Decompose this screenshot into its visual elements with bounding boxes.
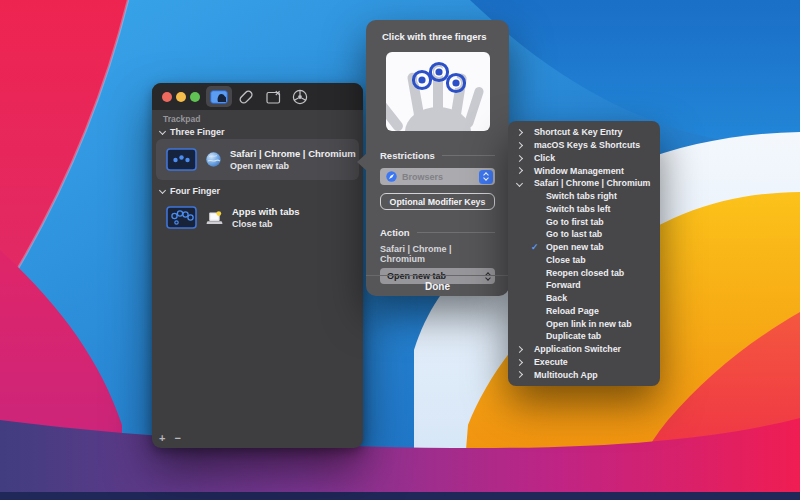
zoom-traffic-light[interactable] bbox=[190, 92, 200, 102]
menu-item-reopen-closed-tab[interactable]: Reopen closed tab bbox=[508, 266, 660, 279]
add-gesture-button[interactable]: + bbox=[159, 432, 165, 444]
toolbar-tab-window-gestures[interactable] bbox=[260, 86, 286, 107]
three-finger-gesture-icon bbox=[166, 148, 197, 171]
menu-item-open-link-in-new-tab[interactable]: Open link in new tab bbox=[508, 317, 660, 330]
toolbar-tab-mouse[interactable] bbox=[233, 86, 259, 107]
group-header-four-finger[interactable]: Four Finger bbox=[160, 186, 220, 196]
group-header-three-finger[interactable]: Three Finger bbox=[160, 127, 225, 137]
chevron-right-icon bbox=[516, 129, 523, 136]
chevron-right-icon bbox=[516, 346, 523, 353]
gesture-row-subtitle: Close tab bbox=[232, 218, 300, 230]
group-label: Four Finger bbox=[170, 186, 220, 196]
chevron-right-icon bbox=[516, 142, 523, 149]
menu-item-shortcut-key-entry[interactable]: Shortcut & Key Entry bbox=[508, 126, 660, 139]
menu-item-safari-chrome-chromium[interactable]: Safari | Chrome | Chromium bbox=[508, 177, 660, 190]
chevron-right-icon bbox=[516, 154, 523, 161]
popover-title: Click with three fingers bbox=[382, 31, 493, 42]
restrictions-dropdown[interactable]: Browsers bbox=[380, 168, 495, 185]
chevron-down-icon bbox=[159, 127, 166, 134]
toolbar-tab-trackpad[interactable] bbox=[206, 86, 232, 107]
three-finger-hand-icon bbox=[386, 52, 490, 131]
wheel-icon bbox=[292, 89, 308, 105]
action-app-label: Safari | Chrome | Chromium bbox=[380, 244, 495, 264]
menu-item-execute[interactable]: Execute bbox=[508, 356, 660, 369]
gesture-row-four-finger[interactable]: Apps with tabs Close tab bbox=[156, 197, 359, 238]
restrictions-section-label: Restrictions bbox=[380, 150, 495, 161]
multitouch-main-window: Trackpad Three Finger bbox=[152, 83, 363, 448]
gesture-row-title: Safari | Chrome | Chromium bbox=[230, 148, 356, 160]
magic-mouse-icon bbox=[238, 89, 254, 105]
toolbar-tab-wheel[interactable] bbox=[287, 86, 313, 107]
menu-item-multitouch-app[interactable]: Multitouch App bbox=[508, 368, 660, 381]
menu-item-forward[interactable]: Forward bbox=[508, 279, 660, 292]
menu-item-open-new-tab[interactable]: ✓ Open new tab bbox=[508, 241, 660, 254]
menu-item-application-switcher[interactable]: Application Switcher bbox=[508, 343, 660, 356]
menu-item-switch-tabs-left[interactable]: Switch tabs left bbox=[508, 203, 660, 216]
menu-item-reload-page[interactable]: Reload Page bbox=[508, 305, 660, 318]
chevron-down-icon bbox=[159, 186, 166, 193]
browsers-category-icon bbox=[386, 171, 397, 182]
gesture-row-subtitle: Open new tab bbox=[230, 160, 356, 172]
desktop: Trackpad Three Finger bbox=[0, 0, 800, 500]
minimize-traffic-light[interactable] bbox=[176, 92, 186, 102]
optional-modifier-keys-button[interactable]: Optional Modifier Keys bbox=[380, 193, 495, 210]
chevron-down-icon bbox=[516, 180, 523, 187]
chevron-right-icon bbox=[516, 371, 523, 378]
menu-item-window-management[interactable]: Window Management bbox=[508, 164, 660, 177]
browser-globe-icon bbox=[206, 152, 221, 167]
restrictions-dropdown-value: Browsers bbox=[402, 172, 479, 182]
group-label: Three Finger bbox=[170, 127, 225, 137]
device-label: Trackpad bbox=[163, 114, 200, 124]
menu-item-click[interactable]: Click bbox=[508, 152, 660, 165]
done-button[interactable]: Done bbox=[366, 275, 509, 296]
trackpad-icon bbox=[210, 90, 228, 104]
menu-item-switch-tabs-right[interactable]: Switch tabs right bbox=[508, 190, 660, 203]
remove-gesture-button[interactable]: − bbox=[174, 432, 180, 444]
four-finger-gesture-icon bbox=[166, 206, 197, 229]
close-traffic-light[interactable] bbox=[162, 92, 172, 102]
checkmark-icon: ✓ bbox=[531, 242, 539, 252]
gesture-config-popover: Click with three fingers bbox=[366, 20, 509, 296]
menu-item-close-tab[interactable]: Close tab bbox=[508, 254, 660, 267]
gesture-row-title: Apps with tabs bbox=[232, 206, 300, 218]
menu-item-go-to-last-tab[interactable]: Go to last tab bbox=[508, 228, 660, 241]
menu-item-back[interactable]: Back bbox=[508, 292, 660, 305]
dropdown-stepper-icon bbox=[479, 170, 493, 184]
chevron-right-icon bbox=[516, 358, 523, 365]
apps-with-tabs-icon bbox=[206, 211, 223, 225]
titlebar[interactable] bbox=[152, 83, 363, 110]
action-picker-menu: Shortcut & Key Entry macOS Keys & Shortc… bbox=[508, 121, 660, 386]
gesture-preview bbox=[386, 52, 490, 131]
window-close-icon bbox=[266, 90, 281, 104]
action-section-label: Action bbox=[380, 227, 495, 238]
menu-item-go-to-first-tab[interactable]: Go to first tab bbox=[508, 215, 660, 228]
chevron-right-icon bbox=[516, 167, 523, 174]
menu-item-macos-keys-shortcuts[interactable]: macOS Keys & Shortcuts bbox=[508, 139, 660, 152]
gesture-row-three-finger[interactable]: Safari | Chrome | Chromium Open new tab bbox=[156, 139, 359, 180]
popover-arrow bbox=[357, 153, 367, 171]
menu-item-duplicate-tab[interactable]: Duplicate tab bbox=[508, 330, 660, 343]
